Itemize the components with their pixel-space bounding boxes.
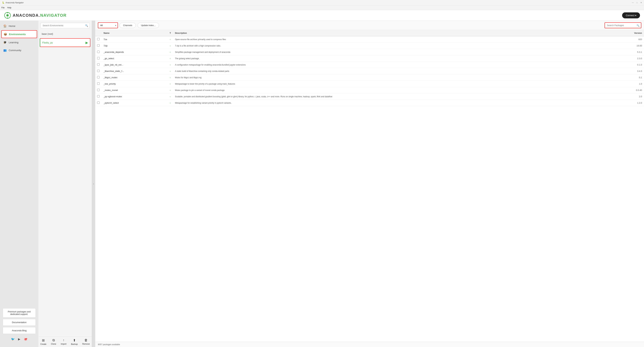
close-btn[interactable]: ✕ (640, 2, 642, 4)
remove-env-btn[interactable]: 🗑 Remove (82, 338, 90, 345)
pkg-desc-pytorch_select: Metapackage for establishing variant pri… (173, 100, 612, 106)
environments-icon: 📦 (4, 33, 7, 36)
pkg-name-py_xgboost_mutex[interactable]: _py-xgboost-mutex (102, 93, 168, 100)
pkg-checkbox-7zip[interactable] (97, 44, 100, 47)
pkg-version-7zip: 19.00 (612, 43, 644, 49)
update-index-button[interactable]: Update index... (138, 23, 159, 28)
pkg-version-7za: 920 (612, 36, 644, 43)
pkg-name-go_select[interactable]: _go_select (102, 55, 168, 62)
package-filter-select[interactable]: All Installed Not installed Updatable (98, 23, 118, 28)
pkg-checkbox-pytorch_select[interactable] (97, 102, 100, 104)
create-env-btn[interactable]: ⊞ Create (40, 338, 46, 345)
menu-help[interactable]: Help (7, 7, 11, 9)
pkg-version-mutex_mxnet: 0.0.40 (612, 87, 644, 93)
maximize-btn[interactable]: □ (636, 2, 638, 4)
pkg-checkbox-go_select[interactable] (97, 57, 100, 59)
pkg-name-low_priority[interactable]: _low_priority (102, 81, 168, 87)
sidebar-item-home[interactable]: 🏠 Home (0, 22, 38, 30)
packages-toolbar: All Installed Not installed Updatable ▼ … (95, 21, 644, 30)
clone-label: Clone (51, 343, 56, 345)
logo-area: ANACONDA.NAVIGATOR (4, 12, 67, 19)
twitter-icon[interactable]: 🐦 (11, 337, 15, 341)
pkg-type-libgcc_mutex: ○ (168, 74, 173, 81)
pkg-checkbox-mutex_mxnet[interactable] (97, 89, 100, 91)
backup-env-btn[interactable]: ⬆ Backup (71, 338, 78, 345)
pkg-checkbox-libgcc_mutex[interactable] (97, 76, 100, 78)
pkg-type-ipyw_jlab_nb_ext: ○ (168, 62, 173, 68)
pkg-type-7zip: ○ (168, 43, 173, 49)
pkg-name-anaconda_depends[interactable]: _anaconda_depends (102, 49, 168, 55)
youtube-icon[interactable]: ▶ (18, 337, 20, 341)
pkg-checkbox-py_xgboost_mutex[interactable] (97, 95, 100, 98)
minimize-btn[interactable]: — (632, 2, 634, 4)
sidebar-item-learning[interactable]: 🎓 Learning (0, 39, 38, 46)
pkg-name-libgcc_mutex[interactable]: _libgcc_mutex (102, 74, 168, 81)
pkg-desc-libgcc_mutex: Mutex for libgcc and libgcc-ng (173, 74, 612, 81)
pkg-name-ipyw_jlab_nb_ext[interactable]: _ipyw_jlab_nb_ext... (102, 62, 168, 68)
logo-text-dark: ANACONDA. (13, 13, 40, 18)
env-toolbar: ⊞ Create ⧉ Clone ↑ Import ⬆ Backup 🗑 Rem… (38, 336, 92, 347)
search-environments-input[interactable] (40, 23, 90, 28)
backup-icon: ⬆ (73, 338, 76, 342)
sidebar-label-community: Community (9, 49, 22, 52)
svg-point-3 (7, 18, 8, 19)
filter-select-wrapper: All Installed Not installed Updatable ▼ (98, 23, 118, 28)
table-row: _libarchive_static_f... ○ A static build… (95, 68, 644, 74)
connect-button[interactable]: Connect ▾ (622, 12, 640, 18)
import-label: Import (61, 343, 66, 345)
env-run-icon[interactable]: ▶ (86, 41, 88, 45)
sidebar-item-environments[interactable]: 📦 Environments (1, 30, 37, 38)
environments-panel: 🔍 base (root) Flasky_py ▶ ⊞ Create ⧉ Clo… (38, 21, 92, 347)
sidebar-item-community[interactable]: 👥 Community (0, 46, 38, 54)
table-row: 7za ○ Open-source file archiver primaril… (95, 36, 644, 43)
pkg-version-anaconda_depends: 5.3.1 (612, 49, 644, 55)
blog-btn[interactable]: Anaconda Blog (3, 327, 36, 334)
pkg-type-7za: ○ (168, 36, 173, 43)
create-label: Create (40, 343, 46, 345)
documentation-btn[interactable]: Documentation (3, 319, 36, 326)
channels-button[interactable]: Channels (120, 23, 136, 28)
env-item-base[interactable]: base (root) (38, 30, 92, 38)
pkg-name-7zip[interactable]: 7zip (102, 43, 168, 49)
logo-text: ANACONDA.NAVIGATOR (13, 13, 67, 18)
pkg-desc-mutex_mxnet: Mutex package to pin a variant of mxnet … (173, 87, 612, 93)
community-icon: 👥 (3, 49, 7, 52)
table-row: _low_priority ○ Metapackage to lower the… (95, 81, 644, 87)
pkg-desc-libarchive_static_f: A static build of libarchive containing … (173, 68, 612, 74)
sidebar-label-learning: Learning (9, 41, 18, 44)
env-name-base: base (root) (42, 33, 53, 35)
table-row: _libgcc_mutex ○ Mutex for libgcc and lib… (95, 74, 644, 81)
pkg-checkbox-ipyw_jlab_nb_ext[interactable] (97, 63, 100, 66)
packages-footer: 9057 packages available (95, 342, 644, 347)
pkg-name-7za[interactable]: 7za (102, 36, 168, 43)
table-row: _go_select ○ The golang select package. … (95, 55, 644, 62)
table-row: 7zip ○ 7-zip is a file archiver with a h… (95, 43, 644, 49)
env-item-flasky[interactable]: Flasky_py ▶ (40, 38, 90, 47)
pkg-desc-ipyw_jlab_nb_ext: A configuration metapackage for enabling… (173, 62, 612, 68)
pkg-name-pytorch_select[interactable]: _pytorch_select (102, 100, 168, 106)
import-icon: ↑ (63, 338, 64, 342)
sidebar-bottom: Premium packages and dedicated support. … (0, 305, 38, 346)
col-description: Description (173, 30, 612, 36)
pkg-checkbox-anaconda_depends[interactable] (97, 51, 100, 53)
col-name[interactable]: Name (102, 30, 168, 36)
pkg-checkbox-7za[interactable] (97, 38, 100, 40)
clone-env-btn[interactable]: ⧉ Clone (51, 338, 56, 345)
sidebar-label-environments: Environments (9, 33, 26, 36)
pkg-name-mutex_mxnet[interactable]: _mutex_mxnet (102, 87, 168, 93)
premium-btn[interactable]: Premium packages and dedicated support. (3, 308, 36, 317)
pkg-checkbox-libarchive_static_f[interactable] (97, 70, 100, 72)
table-row: _ipyw_jlab_nb_ext... ○ A configuration m… (95, 62, 644, 68)
pkg-checkbox-low_priority[interactable] (97, 82, 100, 85)
pkg-desc-low_priority: Metapackage to lower the priority of a p… (173, 81, 612, 87)
github-icon[interactable]: 🐙 (24, 337, 28, 341)
pkg-name-libarchive_static_f[interactable]: _libarchive_static_f... (102, 68, 168, 74)
pkg-desc-7za: Open-source file archiver primarily used… (173, 36, 612, 43)
import-env-btn[interactable]: ↑ Import (61, 338, 66, 345)
pkg-desc-py_xgboost_mutex: Scalable, portable and distributed gradi… (173, 93, 612, 100)
search-packages-input[interactable] (605, 23, 641, 28)
collapse-panel-btn[interactable]: ‹ (92, 21, 95, 347)
packages-table: Name T Description Version 7za ○ Open-so… (95, 30, 644, 342)
menu-file[interactable]: File (1, 7, 4, 9)
table-row: _py-xgboost-mutex ○ Scalable, portable a… (95, 93, 644, 100)
